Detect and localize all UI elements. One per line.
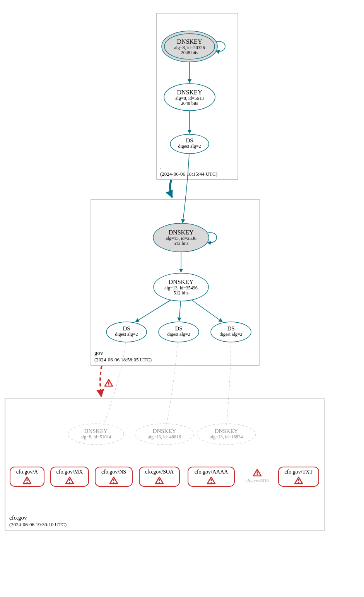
node-root-ksk: DNSKEY alg=8, id=20326 2048 bits	[162, 31, 217, 62]
zone-root: . (2024-06-06 18:15:44 UTC) DNSKEY alg=8…	[157, 13, 238, 180]
record-cfo-soa-gray: cfo.gov/SOA	[246, 469, 269, 483]
svg-text:alg=8, id=5613: alg=8, id=5613	[175, 96, 204, 101]
svg-text:cfo.gov/SOA: cfo.gov/SOA	[145, 469, 174, 475]
svg-text:alg=13, id=2536: alg=13, id=2536	[166, 236, 197, 241]
warning-icon	[253, 469, 261, 476]
record-cfo-txt: cfo.gov/TXT	[279, 467, 319, 486]
zone-gov: gov (2024-06-06 18:58:05 UTC) DNSKEY alg…	[91, 199, 259, 366]
node-gov-ds1: DS digest alg=2	[106, 322, 147, 342]
svg-text:digest alg=2: digest alg=2	[167, 332, 190, 337]
svg-text:alg=13, id=18834: alg=13, id=18834	[210, 434, 243, 440]
record-cfo-mx: cfo.gov/MX	[51, 467, 89, 486]
svg-text:alg=13, id=35496: alg=13, id=35496	[164, 285, 198, 291]
svg-text:DS: DS	[123, 325, 130, 332]
svg-text:DNSKEY: DNSKEY	[153, 428, 176, 434]
zone-gov-label: gov	[94, 350, 103, 356]
svg-text:DNSKEY: DNSKEY	[84, 428, 108, 434]
svg-text:cfo.gov/SOA: cfo.gov/SOA	[246, 478, 269, 483]
svg-text:digest alg=2: digest alg=2	[178, 144, 201, 149]
svg-text:cfo.gov/NS: cfo.gov/NS	[101, 469, 126, 475]
record-cfo-a: cfo.gov/A	[10, 467, 44, 486]
svg-text:digest alg=2: digest alg=2	[115, 332, 138, 337]
zone-root-label: .	[160, 164, 162, 170]
warning-icon	[105, 380, 113, 386]
record-cfo-ns: cfo.gov/NS	[95, 467, 132, 486]
edge-gov-ds3-to-cfo-dk3	[227, 342, 231, 425]
svg-text:DNSKEY: DNSKEY	[169, 229, 194, 236]
svg-text:digest alg=2: digest alg=2	[219, 332, 242, 337]
node-cfo-dk1: DNSKEY alg=8, id=51014	[68, 424, 124, 445]
zone-cfo-timestamp: (2024-06-06 19:30:10 UTC)	[9, 522, 67, 527]
svg-text:cfo.gov/MX: cfo.gov/MX	[56, 469, 83, 475]
svg-text:DNSKEY: DNSKEY	[215, 428, 238, 434]
node-root-zsk: DNSKEY alg=8, id=5613 2048 bits	[164, 84, 215, 111]
svg-text:cfo.gov/TXT: cfo.gov/TXT	[284, 469, 313, 475]
node-gov-ksk: DNSKEY alg=13, id=2536 512 bits	[153, 223, 209, 252]
edge-root-to-gov-delegation	[170, 180, 172, 197]
zone-root-timestamp: (2024-06-06 18:15:44 UTC)	[160, 171, 217, 177]
svg-text:cfo.gov/AAAA: cfo.gov/AAAA	[195, 469, 229, 475]
svg-text:DS: DS	[175, 325, 182, 332]
edge-gov-zsk-ds2	[179, 301, 181, 321]
edge-gov-zsk-ds1	[135, 300, 171, 322]
record-cfo-aaaa: cfo.gov/AAAA	[188, 467, 234, 486]
node-gov-ds3: DS digest alg=2	[211, 322, 251, 342]
svg-text:DNSKEY: DNSKEY	[169, 279, 194, 285]
svg-text:2048 bits: 2048 bits	[181, 50, 198, 55]
record-cfo-soa: cfo.gov/SOA	[139, 467, 179, 486]
node-gov-zsk: DNSKEY alg=13, id=35496 512 bits	[154, 273, 208, 301]
svg-rect-33	[5, 398, 324, 531]
svg-text:DS: DS	[227, 325, 234, 332]
zone-cfo: cfo.gov (2024-06-06 19:30:10 UTC) DNSKEY…	[5, 398, 324, 531]
svg-text:2048 bits: 2048 bits	[181, 101, 198, 106]
edge-gov-to-cfo-delegation-broken	[100, 366, 102, 397]
node-cfo-dk3: DNSKEY alg=13, id=18834	[197, 424, 256, 445]
edge-gov-zsk-ds3	[191, 300, 222, 322]
node-cfo-dk2: DNSKEY alg=13, id=48616	[135, 424, 194, 445]
node-gov-ds2: DS digest alg=2	[159, 322, 199, 342]
node-root-ds: DS digest alg=2	[170, 134, 209, 154]
zone-cfo-label: cfo.gov	[9, 515, 27, 521]
edge-root-ds-to-gov-ksk	[183, 154, 189, 223]
svg-text:DNSKEY: DNSKEY	[177, 89, 202, 96]
svg-text:alg=8, id=20326: alg=8, id=20326	[174, 45, 205, 50]
edge-gov-ds2-to-cfo-dk2	[166, 342, 178, 425]
svg-text:alg=13, id=48616: alg=13, id=48616	[148, 434, 181, 440]
svg-text:DS: DS	[186, 137, 193, 144]
svg-text:DNSKEY: DNSKEY	[177, 38, 202, 45]
svg-text:512 bits: 512 bits	[174, 241, 189, 246]
svg-text:cfo.gov/A: cfo.gov/A	[16, 469, 38, 475]
svg-text:alg=8, id=51014: alg=8, id=51014	[80, 434, 111, 440]
svg-text:512 bits: 512 bits	[174, 290, 189, 296]
